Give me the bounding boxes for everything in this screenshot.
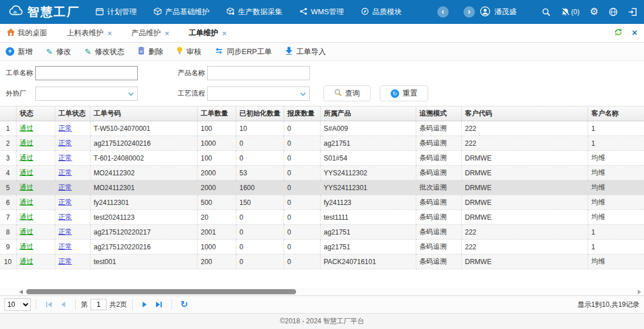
edit-status-button[interactable]: ✎ 修改状态 — [85, 47, 125, 57]
tab-my-desktop[interactable]: 我的桌面 — [7, 28, 47, 38]
col-order-status[interactable]: 工单状态 — [55, 106, 90, 121]
table-row[interactable]: 4通过正常MO241123022000530YYS24112302条码追溯DRM… — [0, 166, 644, 180]
next-page-button[interactable] — [138, 301, 151, 308]
tab-material-table-maintenance[interactable]: 上料表维护 × — [67, 28, 112, 38]
status-link[interactable]: 通过 — [16, 225, 55, 240]
col-scrap-qty[interactable]: 报废数量 — [284, 106, 320, 121]
col-customer-code[interactable]: 客户代码 — [461, 106, 588, 121]
status-pass-link[interactable]: 通过 — [20, 242, 34, 250]
col-qty[interactable]: 工单数量 — [197, 106, 236, 121]
table-row[interactable]: 10通过正常test00120000PACK240716101条码追溯DRMWE… — [0, 254, 644, 269]
scroll-right-icon[interactable] — [638, 290, 641, 294]
order-status-normal-link[interactable]: 正常 — [59, 124, 72, 132]
order-name-input[interactable] — [35, 66, 138, 80]
status-link[interactable]: 通过 — [16, 254, 55, 269]
page-size-select[interactable]: 10 — [5, 298, 31, 311]
tab-workorder-maintenance[interactable]: 工单维护 × — [188, 28, 227, 38]
tab-close-icon[interactable]: × — [165, 29, 170, 38]
outsource-factory-select[interactable] — [35, 87, 138, 101]
col-trace-mode[interactable]: 追溯模式 — [416, 106, 461, 121]
order-status-link[interactable]: 正常 — [55, 195, 90, 210]
table-row[interactable]: 9通过正常ag2175120220216100000ag21751条码追溯222… — [0, 240, 644, 254]
app-logo[interactable]: 智慧工厂 — [7, 4, 80, 20]
table-row[interactable]: 2通过正常ag2175120240216100000ag21751条码追溯222… — [0, 136, 644, 151]
menu-item-product-base-maintenance[interactable]: 产品基础维护 — [154, 7, 210, 17]
order-status-link[interactable]: 正常 — [55, 151, 90, 166]
order-status-normal-link[interactable]: 正常 — [59, 154, 72, 162]
menu-scroll-right-icon[interactable]: › — [463, 6, 475, 18]
reset-button[interactable]: ↻ 重置 — [380, 85, 428, 101]
status-pass-link[interactable]: 通过 — [20, 154, 34, 162]
menu-item-wms-management[interactable]: WMS管理 — [300, 7, 344, 17]
import-button[interactable]: 工单导入 — [285, 47, 326, 57]
order-status-normal-link[interactable]: 正常 — [59, 198, 72, 206]
status-pass-link[interactable]: 通过 — [20, 124, 34, 132]
table-row[interactable]: 5通过正常MO24112301200016000YYS24112301批次追溯D… — [0, 180, 644, 195]
scroll-left-icon[interactable] — [19, 290, 23, 294]
table-row[interactable]: 3通过正常T-601-2408000210000S01#54条码追溯DRMWE均… — [0, 151, 644, 166]
order-status-link[interactable]: 正常 — [55, 136, 90, 151]
menu-scroll-left-icon[interactable]: ‹ — [437, 6, 449, 18]
status-link[interactable]: 通过 — [16, 240, 55, 254]
status-link[interactable]: 通过 — [16, 136, 55, 151]
col-init-qty[interactable]: 已初始化数量 — [236, 106, 284, 121]
status-link[interactable]: 通过 — [16, 121, 55, 136]
status-pass-link[interactable]: 通过 — [20, 228, 34, 236]
status-link[interactable]: 通过 — [16, 166, 55, 180]
order-status-normal-link[interactable]: 正常 — [59, 242, 72, 250]
logout-icon[interactable] — [628, 7, 637, 17]
status-pass-link[interactable]: 通过 — [20, 213, 34, 221]
close-tab-icon[interactable]: × — [632, 29, 637, 37]
status-pass-link[interactable]: 通过 — [20, 198, 34, 206]
table-row[interactable]: 7通过正常test202411232000test1111条码追溯DRMWE均维 — [0, 210, 644, 225]
order-status-normal-link[interactable]: 正常 — [59, 139, 72, 147]
table-row[interactable]: 8通过正常ag2175120220217200100ag21751条码追溯222… — [0, 225, 644, 240]
order-status-link[interactable]: 正常 — [55, 121, 90, 136]
user-menu[interactable]: 潘茂盛 — [480, 6, 516, 18]
search-icon[interactable] — [542, 7, 551, 17]
last-page-button[interactable] — [151, 301, 166, 308]
globe-icon[interactable] — [609, 7, 618, 17]
menu-item-plan-management[interactable]: 计划管理 — [96, 7, 137, 17]
status-link[interactable]: 通过 — [16, 180, 55, 195]
col-product[interactable]: 所属产品 — [320, 106, 416, 121]
sync-erp-button[interactable]: 同步ERP工单 — [215, 47, 272, 57]
product-name-input[interactable] — [207, 66, 310, 80]
tab-close-icon[interactable]: × — [222, 29, 227, 38]
menu-item-quality-module[interactable]: 品质模块 — [361, 7, 402, 17]
order-status-normal-link[interactable]: 正常 — [59, 168, 72, 176]
status-pass-link[interactable]: 通过 — [20, 183, 34, 191]
status-pass-link[interactable]: 通过 — [20, 257, 34, 265]
status-link[interactable]: 通过 — [16, 195, 55, 210]
status-link[interactable]: 通过 — [16, 210, 55, 225]
scrollbar-thumb[interactable] — [26, 289, 296, 294]
first-page-button[interactable] — [42, 301, 56, 308]
status-pass-link[interactable]: 通过 — [20, 139, 34, 147]
search-button[interactable]: 查询 — [323, 85, 371, 101]
tab-close-icon[interactable]: × — [108, 29, 112, 38]
page-number-input[interactable] — [91, 299, 106, 310]
settings-gear-icon[interactable]: ⚙ — [590, 7, 598, 17]
process-flow-select[interactable] — [207, 87, 310, 101]
order-status-link[interactable]: 正常 — [55, 225, 90, 240]
notifications-bell-icon[interactable]: (0) — [561, 7, 580, 17]
refresh-tab-icon[interactable] — [614, 28, 623, 39]
audit-button[interactable]: 审核 — [177, 47, 201, 57]
order-status-link[interactable]: 正常 — [55, 240, 90, 254]
order-status-normal-link[interactable]: 正常 — [59, 228, 72, 236]
order-status-link[interactable]: 正常 — [55, 180, 90, 195]
col-customer-name[interactable]: 客户名称 — [588, 106, 644, 121]
add-button[interactable]: + 新增 — [6, 47, 32, 57]
order-status-link[interactable]: 正常 — [55, 210, 90, 225]
pager-refresh-icon[interactable]: ↻ — [177, 300, 191, 309]
order-status-normal-link[interactable]: 正常 — [59, 257, 72, 265]
edit-button[interactable]: ✎ 修改 — [46, 47, 71, 57]
table-row[interactable]: 6通过正常fy241123015001500fy241123条码追溯DRMWE均… — [0, 195, 644, 210]
status-pass-link[interactable]: 通过 — [20, 168, 34, 176]
col-status[interactable]: 状态 — [16, 106, 55, 121]
status-link[interactable]: 通过 — [16, 151, 55, 166]
order-status-normal-link[interactable]: 正常 — [59, 213, 72, 221]
order-status-link[interactable]: 正常 — [55, 254, 90, 269]
order-status-link[interactable]: 正常 — [55, 166, 90, 180]
tab-product-maintenance[interactable]: 产品维护 × — [132, 28, 170, 38]
